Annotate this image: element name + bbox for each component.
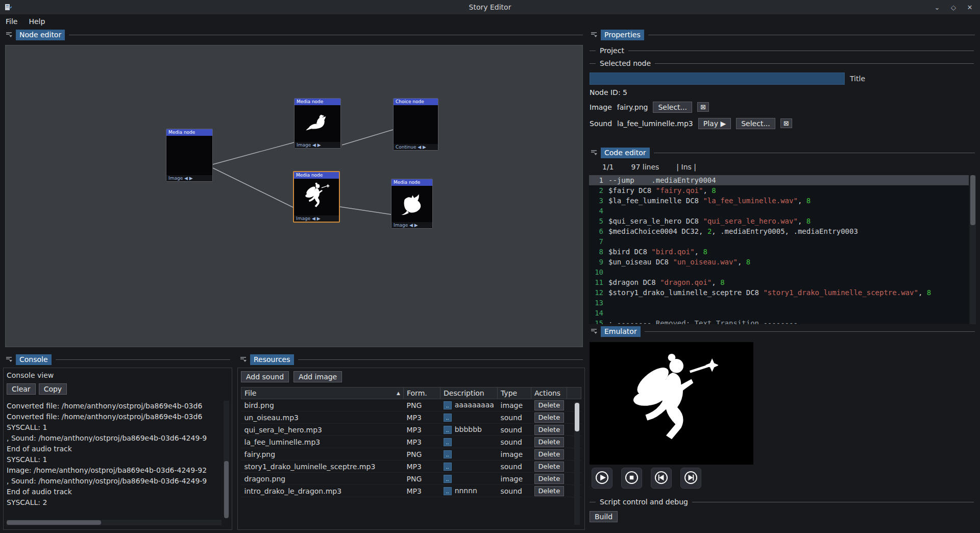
column-file[interactable]: File▲	[241, 387, 404, 399]
delete-button[interactable]: Delete	[534, 474, 565, 484]
scrollbar-thumb[interactable]	[575, 403, 579, 431]
panel-menu-icon[interactable]	[590, 31, 598, 38]
scrollbar-thumb[interactable]	[970, 175, 975, 225]
console-line: SYSCALL: 1	[7, 422, 222, 433]
image-select-button[interactable]: Select...	[653, 102, 692, 113]
panel-menu-icon[interactable]	[239, 356, 247, 363]
code-line[interactable]: 11$dragon DC8 "dragon.qoi", 8	[589, 277, 969, 287]
resource-row[interactable]: story1_drako_luminelle_sceptre.mp3MP3..s…	[241, 461, 581, 473]
console-hscrollbar[interactable]	[7, 520, 222, 525]
image-clear-button[interactable]: ⊠	[697, 102, 709, 112]
console-line: End of audio track	[7, 444, 222, 454]
edit-description-button[interactable]: ..	[444, 450, 452, 458]
code-line[interactable]: 3$la_fee_luminelle DC8 "la_fee_luminelle…	[589, 196, 969, 206]
code-line[interactable]: 15; -------- Removed: Text Transition --…	[589, 318, 969, 324]
code-vscrollbar[interactable]	[970, 175, 976, 324]
delete-button[interactable]: Delete	[534, 400, 565, 410]
clear-button[interactable]: Clear	[7, 383, 36, 395]
node-footer: Continue ◀ ▶	[394, 144, 438, 150]
graph-node[interactable]: Choice nodeContinue ◀ ▶	[393, 98, 438, 151]
edit-description-button[interactable]: ..	[444, 401, 452, 409]
column-format[interactable]: Form.	[404, 387, 440, 399]
emulator-body: Script control and debug Build	[590, 338, 974, 533]
node-canvas[interactable]: Media nodeImage ◀ ▶Media nodeImage ◀ ▶Ch…	[5, 45, 583, 347]
group-label: Selected node	[600, 59, 651, 67]
sound-clear-button[interactable]: ⊠	[780, 118, 792, 128]
copy-button[interactable]: Copy	[39, 383, 67, 395]
console-line: SYSCALL: 2	[7, 497, 222, 508]
node-type-label: Media node	[295, 99, 340, 105]
resource-description: ..	[440, 411, 498, 424]
delete-button[interactable]: Delete	[534, 425, 565, 435]
resource-row[interactable]: intro_drako_le_dragon.mp3MP3..nnnnnsound…	[241, 485, 581, 497]
code-line[interactable]: 13	[589, 298, 969, 308]
resource-description: ..	[440, 448, 498, 461]
delete-button[interactable]: Delete	[534, 437, 565, 447]
code-line[interactable]: 7	[589, 236, 969, 247]
column-description[interactable]: Description	[440, 387, 498, 399]
minimize-button[interactable]: ⌄	[933, 4, 941, 11]
panel-menu-icon[interactable]	[590, 149, 598, 156]
resource-row[interactable]: qui_sera_le_hero.mp3MP3..bbbbbbsoundDele…	[241, 424, 581, 436]
code-line[interactable]: 14	[589, 308, 969, 318]
resources-tbody: bird.pngPNG..aaaaaaaaaimageDeleteun_oise…	[241, 399, 581, 497]
add-sound-button[interactable]: Add sound	[241, 371, 289, 382]
resource-format: MP3	[404, 424, 440, 436]
stop-button[interactable]	[621, 468, 642, 489]
line-text: $story1_drako_luminelle_sceptre DC8 "sto…	[608, 287, 931, 298]
edit-description-button[interactable]: ..	[444, 487, 452, 495]
menu-file[interactable]: File	[0, 16, 23, 27]
step-forward-button[interactable]	[680, 468, 701, 489]
edit-description-button[interactable]: ..	[444, 414, 452, 422]
code-line[interactable]: 4	[589, 206, 969, 216]
resource-row[interactable]: fairy.pngPNG..imageDelete	[241, 448, 581, 461]
console-log[interactable]: Converted file: /home/anthony/ostproj/ba…	[7, 401, 222, 515]
build-button[interactable]: Build	[590, 511, 618, 522]
sound-play-button[interactable]: Play ▶	[698, 118, 731, 129]
panel-menu-icon[interactable]	[5, 356, 13, 363]
maximize-button[interactable]: ◇	[949, 4, 958, 11]
resource-row[interactable]: la_fee_luminelle.mp3MP3..soundDelete	[241, 436, 581, 448]
graph-node[interactable]: Media nodeImage ◀ ▶	[294, 98, 341, 149]
close-button[interactable]: ✕	[966, 4, 974, 11]
code-line[interactable]: 1--jump .mediaEntry0004	[589, 175, 969, 185]
scrollbar-thumb[interactable]	[7, 520, 101, 525]
console-vscrollbar[interactable]	[224, 401, 229, 515]
column-actions[interactable]: Actions	[531, 387, 567, 399]
panel-header-line	[654, 153, 975, 153]
code-line[interactable]: 2$fairy DC8 "fairy.qoi", 8	[589, 185, 969, 196]
delete-button[interactable]: Delete	[534, 413, 565, 423]
edit-description-button[interactable]: ..	[444, 426, 452, 434]
code-area[interactable]: 1--jump .mediaEntry00042$fairy DC8 "fair…	[589, 175, 969, 324]
delete-button[interactable]: Delete	[534, 462, 565, 472]
graph-node[interactable]: Media nodeImage ◀ ▶	[166, 129, 213, 182]
code-line[interactable]: 6$mediaChoice0004 DC32, 2, .mediaEntry00…	[589, 226, 969, 236]
code-line[interactable]: 10	[589, 267, 969, 277]
graph-node[interactable]: Media nodeImage ◀ ▶	[293, 171, 340, 223]
scrollbar-thumb[interactable]	[224, 461, 229, 518]
menu-help[interactable]: Help	[23, 16, 51, 27]
column-type[interactable]: Type	[498, 387, 531, 399]
sound-select-button[interactable]: Select...	[736, 118, 775, 129]
play-button[interactable]	[592, 468, 612, 489]
edit-description-button[interactable]: ..	[444, 438, 452, 446]
code-line[interactable]: 8$bird DC8 "bird.qoi", 8	[589, 247, 969, 257]
step-back-button[interactable]	[651, 468, 672, 489]
group-script-control: Script control and debug	[590, 498, 974, 506]
panel-menu-icon[interactable]	[590, 328, 598, 335]
delete-button[interactable]: Delete	[534, 449, 565, 459]
code-line[interactable]: 5$qui_sera_le_hero DC8 "qui_sera_le_hero…	[589, 216, 969, 226]
graph-node[interactable]: Media nodeImage ◀ ▶	[391, 179, 433, 229]
edit-description-button[interactable]: ..	[444, 463, 452, 471]
code-line[interactable]: 12$story1_drako_luminelle_sceptre DC8 "s…	[589, 287, 969, 298]
delete-button[interactable]: Delete	[534, 486, 565, 496]
title-input[interactable]	[590, 72, 845, 85]
add-image-button[interactable]: Add image	[293, 371, 342, 382]
resource-row[interactable]: dragon.pngPNG..imageDelete	[241, 473, 581, 485]
code-line[interactable]: 9$un_oiseau DC8 "un_oiseau.wav", 8	[589, 257, 969, 267]
edit-description-button[interactable]: ..	[444, 475, 452, 483]
panel-menu-icon[interactable]	[5, 31, 13, 38]
resource-row[interactable]: un_oiseau.mp3MP3..soundDelete	[241, 411, 581, 424]
resources-vscrollbar[interactable]	[574, 402, 580, 525]
resource-row[interactable]: bird.pngPNG..aaaaaaaaaimageDelete	[241, 399, 581, 411]
